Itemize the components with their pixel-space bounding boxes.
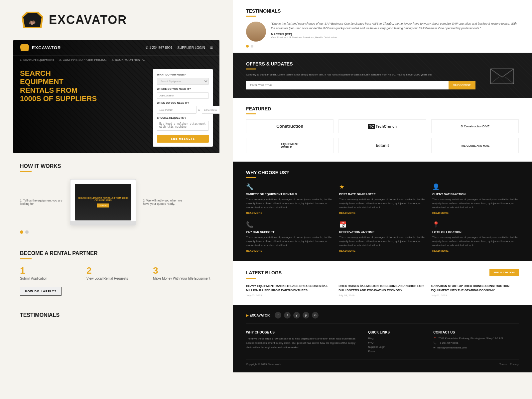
why-item-3-title: CLIENT SATISFACTION: [432, 193, 519, 196]
best-rate-icon: ★: [339, 183, 426, 191]
svg-line-4: [490, 77, 499, 84]
offers-content: OFFERS & UPDATES Contrary to popular bel…: [246, 61, 519, 89]
why-read-more-6[interactable]: READ MORE: [432, 249, 519, 252]
hiw-dot-2[interactable]: [25, 230, 29, 234]
linkedin-icon[interactable]: in: [312, 312, 319, 319]
blog-item-3: CANADIAN STURT-UP DREX BRINGS CONSTRUCTI…: [431, 284, 519, 297]
date-to-input[interactable]: [202, 106, 219, 114]
blog-title-1: HEAVY EQUIPMENT MARKETPLACE DREX CLOSES …: [246, 284, 333, 292]
see-all-blogs-button[interactable]: SEE ALL BLOGS: [489, 269, 519, 276]
subscribe-button[interactable]: SUBSCRIBE: [449, 81, 475, 89]
twitter-icon[interactable]: t: [284, 312, 291, 319]
hero-content: SEARCH EQUIPMENT RENTALS FROM 1000s OF S…: [13, 64, 219, 153]
why-title: WHY CHOOSE US?: [246, 170, 519, 175]
why-item-4: 📞 24/7 CAR SUPPORT There are many variat…: [246, 221, 332, 252]
hiw-dots: [20, 230, 213, 234]
address-icon: 📍: [433, 337, 437, 340]
special-label: SPECIAL REQUESTS ?: [157, 116, 209, 119]
footer: ▶ EXCAVATOR f t y p in WHY CHOOSE US The…: [233, 305, 532, 372]
test-dot-2[interactable]: [251, 45, 253, 48]
hiw-dot-1[interactable]: [20, 230, 23, 234]
reservation-icon: 📅: [339, 221, 426, 228]
why-read-more-3[interactable]: READ MORE: [432, 211, 519, 214]
blog-date-3: July 01, 2019: [431, 294, 519, 297]
footer-why-title: WHY CHOOSE US: [246, 331, 360, 334]
youtube-icon[interactable]: y: [293, 312, 300, 319]
hiw-laptop: SEARCH EQUIPMENT RENTALS FROM 1000s OF S…: [70, 179, 136, 225]
email-input[interactable]: [246, 81, 449, 89]
why-item-5-title: RESERVATION ANYTIME: [339, 230, 426, 234]
date-from-input[interactable]: [157, 106, 197, 114]
footer-why-text: The drive these large 1750 companies to …: [246, 337, 360, 349]
bp-num-1: 1.: [20, 266, 80, 275]
footer-grid: WHY CHOOSE US The drive these large 1750…: [246, 331, 519, 354]
facebook-icon[interactable]: f: [275, 312, 281, 319]
bp-num-3: 3.: [153, 266, 213, 275]
how-it-works-title: HOW IT WORKS: [20, 163, 213, 169]
why-read-more-4[interactable]: READ MORE: [246, 249, 332, 252]
footer-top: ▶ EXCAVATOR f t y p in: [246, 312, 519, 324]
hiw-laptop-screen: SEARCH EQUIPMENT RENTALS FROM 1000s OF S…: [75, 184, 131, 220]
avatar-face: [246, 22, 266, 42]
logo-icon: 🦛: [20, 10, 45, 30]
footer-contact-col: CONTACT US 📍 7008 Kimberlake Parkway, Bi…: [433, 331, 519, 354]
hamburger-menu[interactable]: ≡: [210, 45, 213, 50]
special-requests-input[interactable]: [157, 121, 209, 131]
step-1: 1. SEARCH EQUIPMENT: [20, 58, 55, 62]
equipment-select[interactable]: Select Equipment: [157, 78, 209, 85]
location-input[interactable]: [157, 92, 209, 99]
featured-underline: [246, 113, 256, 114]
why-grid: 🔧 VARIETY OF EQUIPMENT RENTALS There are…: [246, 183, 519, 252]
blog-item-2: DREX RAISES $2.5 MILLION TO BECOME AN AN…: [338, 284, 426, 297]
testimonials-heading-section: TESTIMONIALS: [0, 306, 233, 327]
testimonials-left-title: TESTIMONIALS: [20, 312, 213, 318]
footer-quick-links-col: QUICK LINKS Blog FAQ Supplier Login Pres…: [368, 331, 425, 354]
supplier-login-link[interactable]: SUPPLIER LOGIN: [177, 46, 205, 50]
testimonial-avatar: [246, 22, 266, 42]
svg-line-5: [505, 77, 514, 84]
why-item-6: 📍 LOTS OF LOCATION There are many variat…: [432, 221, 519, 252]
left-panel: 🦛 EXCAVATOR EXCAVATOR ✆ 1 234 567 8901 S…: [0, 0, 233, 399]
why-read-more-2[interactable]: READ MORE: [339, 211, 426, 214]
hiw-step-1: 1. Tell us the equipment you are looking…: [20, 199, 63, 205]
hero-headline: SEARCH EQUIPMENT RENTALS FROM 1000s OF S…: [20, 69, 148, 147]
blog-date-1: July 05, 2019: [246, 294, 333, 297]
footer-terms-link[interactable]: Terms: [499, 363, 507, 366]
footer-contact-title: CONTACT US: [433, 331, 519, 334]
why-read-more-5[interactable]: READ MORE: [339, 249, 426, 252]
hiw-laptop-text: SEARCH EQUIPMENT RENTALS FROM 1000s OF S…: [77, 197, 129, 201]
how-do-i-apply-button[interactable]: HOW DO I APPLY?: [20, 287, 62, 296]
offers-left: OFFERS & UPDATES Contrary to popular bel…: [246, 61, 475, 89]
hero-heading: SEARCH EQUIPMENT RENTALS FROM 1000s OF S…: [20, 69, 148, 103]
featured-logo-construction: Construction: [246, 119, 333, 133]
test-dot-1[interactable]: [246, 45, 249, 48]
why-read-more-1[interactable]: READ MORE: [246, 211, 332, 214]
why-item-6-title: LOTS OF LOCATION: [432, 230, 519, 234]
step-2: 2. COMPARE SUPPLIER PRICING: [60, 58, 107, 62]
see-results-button[interactable]: SEE RESULTS: [157, 135, 209, 143]
section-underline: [20, 171, 32, 172]
offers-envelope-icon: [485, 66, 519, 85]
footer-link-supplier[interactable]: Supplier Login: [368, 345, 425, 348]
why-item-6-text: There are many variations of passages of…: [432, 235, 519, 247]
brand-name: EXCAVATOR: [49, 13, 127, 27]
footer-link-faq[interactable]: FAQ: [368, 341, 425, 344]
testimonial-item: "Due to the fast and easy change of our …: [246, 22, 519, 42]
footer-link-blog[interactable]: Blog: [368, 337, 425, 340]
featured-logo-globe: THE GLOBE AND MAIL: [431, 138, 519, 153]
footer-logo: ▶ EXCAVATOR: [246, 314, 270, 317]
why-item-1-text: There are many variations of passages of…: [246, 198, 332, 209]
footer-link-press[interactable]: Press: [368, 350, 425, 353]
featured-section: FEATURED Construction TCTechCrunch ⊙ Con…: [233, 98, 532, 162]
bp-step-1: 1. Submit Application: [20, 266, 80, 280]
blogs-title: LATEST BLOGS: [246, 270, 282, 275]
hero-phone: ✆ 1 234 567 8901: [146, 46, 172, 50]
testimonial-author-title: Vice President IT Services Americas, Hea…: [271, 36, 519, 39]
pinterest-icon[interactable]: p: [303, 312, 309, 319]
variety-icon: 🔧: [246, 183, 332, 191]
testimonial-content: "Due to the fast and easy change of our …: [271, 22, 519, 42]
hero-steps: 1. SEARCH EQUIPMENT 2. COMPARE SUPPLIER …: [13, 56, 219, 64]
when-label: WHEN DO YOU NEED IT?: [157, 101, 209, 104]
why-item-4-title: 24/7 CAR SUPPORT: [246, 230, 332, 234]
footer-privacy-link[interactable]: Privacy: [510, 363, 519, 366]
